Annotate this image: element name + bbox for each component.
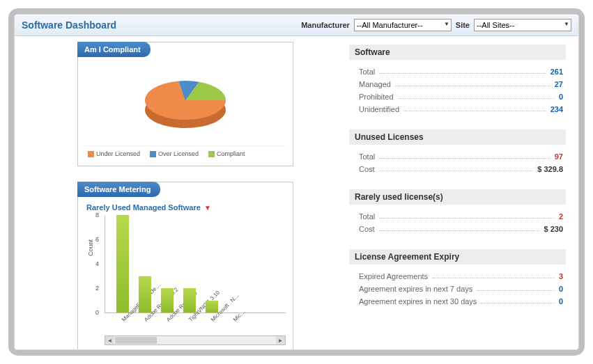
summary-label: Prohibited: [359, 93, 394, 101]
scroll-right-arrow-icon[interactable]: ►: [276, 336, 285, 345]
summary-row[interactable]: Unidentified234: [349, 103, 566, 116]
summary-row[interactable]: Total97: [349, 150, 566, 163]
bar: TightVNC 1.3.10: [183, 288, 196, 312]
swatch-compliant-icon: [208, 151, 215, 157]
summary-row[interactable]: Agreement expires in next 7 days0: [349, 283, 566, 295]
scroll-left-arrow-icon[interactable]: ◄: [105, 336, 114, 345]
summary-row[interactable]: Expired Agreements3: [349, 270, 566, 283]
compliance-pie-chart: [85, 62, 286, 145]
summary-label: Cost: [359, 165, 375, 173]
dots-separator: [398, 95, 555, 99]
header-bar: Software Dashboard Manufacturer --All Ma…: [15, 15, 578, 36]
summary-header: Rarely used license(s): [349, 189, 566, 205]
summary-value: $ 230: [544, 225, 563, 233]
metering-panel: Software Metering Rarely Used Managed So…: [77, 182, 293, 350]
summary-rarely: Rarely used license(s)Total2Cost$ 230: [349, 189, 566, 235]
caret-down-icon: ▼: [204, 204, 211, 212]
legend-under: Under Licensed: [88, 150, 140, 157]
manufacturer-select[interactable]: --All Manufacturer--: [354, 19, 452, 31]
summary-row[interactable]: Total261: [349, 65, 566, 78]
summary-label: Cost: [359, 225, 375, 233]
summary-value: 3: [559, 272, 563, 280]
summary-row[interactable]: Managed27: [349, 78, 566, 90]
ytick: 0: [95, 309, 99, 316]
summary-value: 97: [555, 152, 563, 161]
compliance-panel-title: Am I Compliant: [77, 42, 151, 57]
summary-label: Total: [359, 212, 375, 221]
bar: ManageEngine De…: [116, 215, 129, 312]
swatch-under-icon: [88, 151, 94, 157]
summary-label: Total: [359, 152, 375, 161]
summary-header: Unused Licenses: [349, 129, 566, 145]
dots-separator: [379, 214, 555, 219]
summary-header: Software: [349, 45, 566, 60]
metering-subtitle: Rarely Used Managed Software: [86, 203, 201, 212]
bar: Adobe Reader 9: [161, 288, 174, 312]
summary-value: 234: [550, 105, 563, 113]
dots-separator: [379, 227, 540, 231]
summary-value: 27: [555, 80, 563, 88]
summary-label: Agreement expires in next 30 days: [359, 297, 477, 306]
summary-label: Total: [359, 68, 375, 76]
metering-subtitle-row[interactable]: Rarely Used Managed Software ▼: [85, 202, 286, 216]
summary-label: Expired Agreements: [359, 272, 428, 280]
right-column: SoftwareTotal261Managed27Prohibited0Unid…: [349, 42, 573, 343]
dots-separator: [379, 167, 534, 171]
metering-panel-body: Rarely Used Managed Software ▼ Count 024…: [78, 182, 293, 350]
dots-separator: [403, 107, 546, 111]
summary-row[interactable]: Cost$ 329.8: [349, 163, 566, 175]
manufacturer-select-wrap: --All Manufacturer--: [354, 19, 452, 31]
metering-panel-title: Software Metering: [77, 182, 160, 197]
summary-label: Managed: [359, 80, 391, 88]
bar-chart-ylabel: Count: [87, 239, 94, 256]
ytick: 6: [95, 236, 99, 243]
chart-horizontal-scrollbar[interactable]: ◄ ►: [105, 335, 286, 345]
dots-separator: [481, 299, 555, 303]
header-filters: Manufacturer --All Manufacturer-- Site -…: [301, 19, 571, 31]
dots-separator: [432, 274, 555, 278]
dots-separator: [477, 287, 555, 291]
bar: Adobe Reader 9.2: [139, 276, 151, 313]
app-inner: Software Dashboard Manufacturer --All Ma…: [14, 14, 579, 350]
ytick: 8: [95, 212, 99, 219]
dots-separator: [379, 70, 546, 74]
summary-expiry: License Agreement ExpiryExpired Agreemen…: [349, 249, 566, 308]
summary-value: $ 329.8: [537, 165, 563, 173]
swatch-over-icon: [150, 151, 156, 157]
summary-value: 0: [559, 297, 563, 306]
site-select-wrap: --All Sites--: [474, 19, 571, 31]
summary-value: 0: [559, 93, 563, 101]
scroll-thumb[interactable]: [115, 337, 157, 344]
manufacturer-label: Manufacturer: [301, 21, 350, 29]
legend-over: Over Licensed: [150, 150, 199, 157]
summary-value: 261: [550, 68, 563, 76]
pie-chart-svg: [126, 65, 245, 142]
summary-header: License Agreement Expiry: [349, 249, 566, 264]
metering-bar-chart: Count 02468 ManageEngine De…Adobe Reader…: [105, 216, 286, 313]
dots-separator: [379, 155, 550, 159]
summary-label: Agreement expires in next 7 days: [359, 285, 472, 293]
summary-label: Unidentified: [359, 105, 399, 113]
compliance-legend: Under Licensed Over Licensed Compliant: [85, 145, 286, 159]
page-title: Software Dashboard: [22, 19, 116, 31]
summary-row[interactable]: Total2: [349, 210, 566, 223]
content-area: Am I Compliant Under L: [15, 36, 578, 349]
site-label: Site: [456, 21, 470, 29]
summary-value: 2: [559, 212, 563, 221]
summary-row[interactable]: Agreement expires in next 30 days0: [349, 295, 566, 308]
dots-separator: [395, 82, 550, 86]
summary-software: SoftwareTotal261Managed27Prohibited0Unid…: [349, 45, 566, 116]
compliance-panel-body: Under Licensed Over Licensed Compliant: [78, 42, 293, 166]
summary-row[interactable]: Prohibited0: [349, 90, 566, 103]
site-select[interactable]: --All Sites--: [474, 19, 571, 31]
legend-compliant: Compliant: [208, 150, 245, 157]
summary-value: 0: [559, 285, 563, 293]
bar: Microsoft . N…: [206, 301, 218, 313]
compliance-panel: Am I Compliant Under L: [77, 42, 293, 166]
summary-row[interactable]: Cost$ 230: [349, 223, 566, 235]
app-frame: Software Dashboard Manufacturer --All Ma…: [8, 8, 585, 356]
summary-unused: Unused LicensesTotal97Cost$ 329.8: [349, 129, 566, 175]
ytick: 4: [95, 260, 99, 267]
ytick: 2: [95, 285, 99, 292]
left-column: Am I Compliant Under L: [77, 42, 293, 343]
